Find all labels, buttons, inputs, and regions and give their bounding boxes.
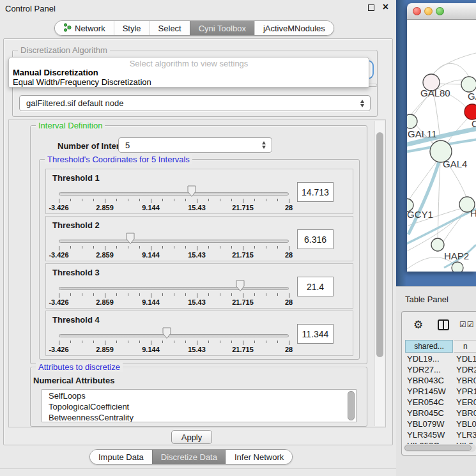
table-row[interactable]: YDL19...YDL1 — [402, 354, 476, 365]
slider-scale-label: 9.144 — [142, 298, 160, 306]
slider-scale-label: 28 — [285, 298, 293, 306]
table-cell-shared-name: YLR345W — [407, 430, 452, 440]
gear-icon[interactable]: ⚙ — [413, 318, 423, 331]
column-header-name[interactable]: n — [454, 340, 476, 353]
attributes-to-discretize-group: Attributes to discretize Numerical Attri… — [30, 367, 367, 427]
slider-scale-labels: -3.4262.8599.14415.4321.71528 — [59, 298, 289, 307]
node-label-partial-g: GA — [468, 91, 476, 102]
slider-scale-label: 21.715 — [232, 251, 254, 259]
threshold-3-row: Threshold 3 -3.4262.8599.14415.4321.7152… — [45, 263, 353, 309]
settings-scrollbar[interactable] — [374, 121, 385, 426]
list-item[interactable]: SelfLoops — [49, 390, 356, 401]
tab-network-label: Network — [75, 24, 105, 33]
slider-scale-label: 9.144 — [142, 251, 160, 259]
table-row[interactable]: YBR045CYBR0 — [402, 408, 476, 419]
slider-scale-labels: -3.4262.8599.14415.4321.71528 — [59, 346, 289, 354]
close-traffic-light-icon[interactable] — [413, 7, 421, 15]
number-of-intervals-select[interactable]: 5 — [118, 137, 272, 153]
numerical-attributes-label: Numerical Attributes — [33, 376, 114, 385]
tab-impute-data[interactable]: Impute Data — [90, 450, 152, 464]
table-cell-name: YBL0 — [456, 419, 476, 429]
group-title: Threshold's Coordinates for 5 Intervals — [45, 155, 192, 164]
cyni-toolbox-panel: Discretization Algorithm Select algorith… — [3, 38, 393, 445]
tab-jactivemnodules[interactable]: jActiveMNodules — [254, 21, 334, 35]
tab-network[interactable]: Network — [55, 21, 114, 35]
table-cell-name: YBR0 — [456, 376, 476, 385]
slider-scale-label: -3.426 — [49, 346, 68, 353]
list-item[interactable]: TopologicalCoefficient — [49, 401, 356, 412]
table-hscrollbar[interactable] — [404, 444, 476, 452]
slider-scale-label: 28 — [285, 204, 293, 211]
number-of-intervals-value: 5 — [125, 141, 130, 150]
threshold-4-label: Threshold 4 — [52, 315, 100, 325]
network-view-window: GAL80 GA C GAL11 GAL4 GCY1 H HAP2 — [407, 3, 476, 272]
table-data-select[interactable]: galFiltered.sif default node — [19, 95, 371, 111]
list-scrollbar[interactable] — [348, 391, 355, 420]
group-title: Discretization Algorithm — [18, 45, 110, 55]
group-title: Attributes to discretize — [36, 362, 123, 372]
slider-scale-label: 2.859 — [96, 298, 114, 306]
threshold-1-slider-thumb[interactable] — [187, 185, 196, 197]
slider-scale-label: 28 — [285, 251, 293, 259]
slider-scale-label: 28 — [285, 346, 293, 353]
threshold-3-label: Threshold 3 — [52, 268, 100, 277]
minimize-traffic-light-icon[interactable] — [424, 7, 433, 15]
tab-discretize-data[interactable]: Discretize Data — [152, 450, 226, 464]
node-label-gcy1: GCY1 — [407, 209, 433, 220]
network-canvas[interactable]: GAL80 GA C GAL11 GAL4 GCY1 H HAP2 — [407, 20, 476, 272]
slider-scale-label: -3.426 — [49, 298, 68, 306]
table-row[interactable]: YLR345WYLR3 — [402, 430, 476, 441]
threshold-1-value-field[interactable]: 14.713 — [297, 182, 334, 202]
table-row[interactable]: YPR145WYPR1 — [402, 387, 476, 397]
stepper-icon — [262, 141, 266, 149]
slider-scale-label: 15.43 — [188, 298, 206, 306]
node-label-gal4: GAL4 — [443, 158, 467, 169]
columns-icon[interactable] — [438, 319, 449, 330]
table-row[interactable]: YDR27...YDR2 — [402, 365, 476, 376]
table-cell-shared-name: YDL19... — [407, 354, 452, 364]
tab-infer-network[interactable]: Infer Network — [226, 450, 292, 464]
slider-scale-label: 2.859 — [96, 204, 114, 211]
threshold-2-slider-thumb[interactable] — [125, 233, 135, 245]
checkboxes-icon[interactable]: ☑☑ — [459, 320, 475, 329]
threshold-2-value-field[interactable]: 6.316 — [297, 229, 334, 249]
threshold-2-row: Threshold 2 -3.4262.8599.14415.4321.7152… — [45, 216, 353, 261]
hscrollbar-thumb[interactable] — [404, 445, 472, 451]
network-window-titlebar — [407, 3, 476, 20]
table-panel-title: Table Panel — [405, 295, 449, 304]
table-cell-shared-name: YPR145W — [407, 387, 452, 396]
list-item[interactable]: BetweennessCentrality — [49, 412, 356, 422]
threshold-4-row: Threshold 4 -3.4262.8599.14415.4321.7152… — [45, 311, 353, 356]
column-header-shared-name[interactable]: shared... — [405, 340, 453, 353]
table-row[interactable]: YER054CYER0 — [402, 397, 476, 408]
zoom-traffic-light-icon[interactable] — [436, 7, 444, 15]
threshold-3-slider-thumb[interactable] — [236, 280, 245, 292]
close-icon[interactable]: × — [383, 1, 388, 13]
table-data-selected-value: galFiltered.sif default node — [26, 98, 123, 108]
threshold-4-slider-thumb[interactable] — [162, 327, 172, 339]
float-window-icon[interactable] — [368, 4, 374, 11]
apply-button[interactable]: Apply — [171, 430, 212, 444]
node-label-partial-c: C — [472, 118, 476, 129]
table-row[interactable]: YBR043CYBR0 — [402, 376, 476, 387]
top-tab-bar: Network Style Select Cyni Toolbox jActiv… — [54, 20, 334, 36]
tab-select[interactable]: Select — [150, 21, 190, 35]
control-panel-titlebar: Control Panel × — [0, 0, 396, 17]
table-row[interactable]: YBL079WYBL0 — [402, 419, 476, 430]
table-cell-shared-name: YER054C — [407, 397, 452, 407]
threshold-4-value-field[interactable]: 11.344 — [297, 324, 334, 344]
tab-cyni-toolbox[interactable]: Cyni Toolbox — [190, 21, 254, 35]
table-header-row: shared... n — [402, 340, 476, 353]
table-cell-name: YPR1 — [456, 387, 476, 396]
group-title: Interval Definition — [36, 121, 105, 130]
node-bottom-partial — [452, 262, 463, 272]
table-toolbar: ⚙ ☑☑ — [402, 312, 476, 339]
slider-scale-label: -3.426 — [49, 204, 68, 211]
menu-item-manual-discretization[interactable]: Manual Discretization — [13, 68, 98, 77]
scrollbar-thumb[interactable] — [376, 132, 383, 357]
tab-style[interactable]: Style — [114, 21, 150, 35]
slider-scale-label: -3.426 — [49, 251, 68, 259]
threshold-3-value-field[interactable]: 21.4 — [297, 277, 334, 296]
numerical-attributes-list[interactable]: SelfLoops TopologicalCoefficient Between… — [42, 389, 357, 422]
menu-item-equal-width-frequency[interactable]: Equal Width/Frequency Discretization — [13, 77, 151, 87]
